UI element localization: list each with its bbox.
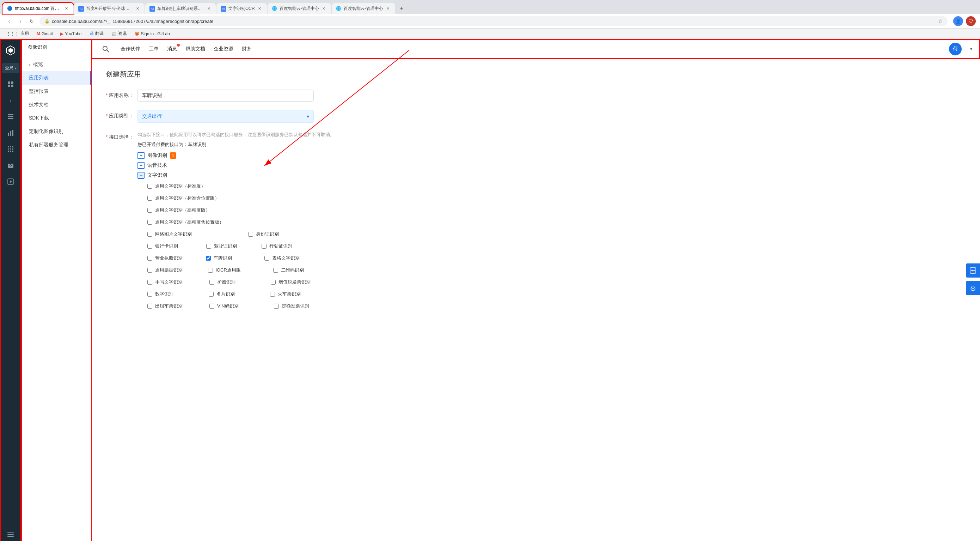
ocr-standard-checkbox[interactable] <box>147 184 152 189</box>
nav-item-custom[interactable]: 定制化图像识别 <box>22 125 91 138</box>
tab-6[interactable]: 🌐 百度智能云-管理中心 ✕ <box>332 3 395 14</box>
news-bookmark[interactable]: 📰 资讯 <box>108 30 129 37</box>
ocr-standard-loc-checkbox[interactable] <box>147 196 152 201</box>
train-ticket-checkbox[interactable] <box>270 292 275 297</box>
nav-item-sdk[interactable]: SDK下载 <box>22 112 91 125</box>
driver-license-checkbox[interactable] <box>206 244 211 249</box>
speech-label: 语音技术 <box>147 162 167 169</box>
tab-5[interactable]: 🌐 百度智能云-管理中心 ✕ <box>267 3 331 14</box>
bookmark-star-icon[interactable]: ☆ <box>938 18 943 24</box>
digit-checkbox[interactable] <box>147 292 152 297</box>
nav-item-monitor[interactable]: 监控报表 <box>22 85 91 98</box>
back-button[interactable]: ‹ <box>4 16 14 26</box>
ocr-toggle[interactable]: − <box>137 172 145 179</box>
tab-2[interactable]: AI 百度AI开放平台-全球领先... ✕ <box>74 3 145 14</box>
bank-checkbox[interactable] <box>147 244 152 249</box>
reload-button[interactable]: ↻ <box>27 16 37 26</box>
gitlab-bookmark[interactable]: 🦊 Sign in · GitLab <box>132 31 173 37</box>
search-button[interactable] <box>99 43 112 55</box>
translate-bookmark[interactable]: 译 翻译 <box>87 30 107 37</box>
tab-3[interactable]: AI 车牌识别_车牌识别系统_... ✕ <box>145 3 216 14</box>
tab-4[interactable]: AI 文字识别OCR ✕ <box>216 3 267 14</box>
sidebar-icon-play[interactable] <box>3 175 18 189</box>
apps-button[interactable]: ⋮⋮⋮ 应用 <box>3 30 32 37</box>
tab3-close[interactable]: ✕ <box>206 6 212 12</box>
sidebar-icon-grid[interactable] <box>3 142 18 156</box>
sidebar-menu-icon[interactable] <box>3 527 18 541</box>
avatar-dropdown-arrow[interactable]: ▾ <box>970 46 972 51</box>
iocr-checkbox[interactable] <box>208 268 213 273</box>
ocr-web-checkbox[interactable] <box>147 232 152 237</box>
app-name-input[interactable] <box>137 89 314 102</box>
business-license-checkbox[interactable] <box>147 256 152 261</box>
security-button[interactable]: 🛡 <box>966 16 976 26</box>
sidebar-icon-camera[interactable] <box>3 158 18 172</box>
svg-marker-26 <box>10 180 12 183</box>
nav-orders[interactable]: 工单 <box>149 45 159 54</box>
nav-item-docs[interactable]: 技术文档 <box>22 98 91 112</box>
nav-item-private[interactable]: 私有部署服务管理 <box>22 138 91 152</box>
cb-table: 表格文字识别 <box>264 254 300 263</box>
ocr-high-checkbox[interactable] <box>147 208 152 213</box>
speech-toggle[interactable]: + <box>137 162 145 169</box>
profile-button[interactable]: 👤 <box>953 16 963 26</box>
tab-active[interactable]: 🔵 http://ai.baidu.com 百度... ✕ <box>3 3 73 14</box>
gmail-bookmark[interactable]: M Gmail <box>34 31 55 37</box>
taxi-checkbox[interactable] <box>147 304 152 309</box>
app-name-control <box>137 89 966 102</box>
user-avatar[interactable]: 何 <box>949 43 962 55</box>
handwriting-label: 手写文字识别 <box>155 279 183 285</box>
nav-item-overview[interactable]: › 概览 <box>22 58 91 71</box>
train-ticket-label: 火车票识别 <box>278 291 301 297</box>
nav-partner[interactable]: 合作伙伴 <box>121 45 140 54</box>
ocr-row-8: 通用票据识别 iOCR通用版 二维码识别 <box>147 266 966 275</box>
invoice-checkbox[interactable] <box>147 268 152 273</box>
gitlab-label: Sign in · GitLab <box>141 31 170 36</box>
new-tab-button[interactable]: + <box>396 3 407 14</box>
tab5-close[interactable]: ✕ <box>321 6 327 12</box>
nav-help[interactable]: 帮助文档 <box>185 45 205 54</box>
cb-vin: VIN码识别 <box>209 302 239 311</box>
table-checkbox[interactable] <box>264 256 269 261</box>
profile-area: 👤 🛡 <box>953 16 976 26</box>
nav-item-custom-label: 定制化图像识别 <box>29 128 64 135</box>
image-recognition-toggle[interactable]: + <box>137 152 145 159</box>
business-card-checkbox[interactable] <box>209 292 214 297</box>
tab-close[interactable]: ✕ <box>64 6 69 12</box>
quota-invoice-checkbox[interactable] <box>274 304 279 309</box>
handwriting-checkbox[interactable] <box>147 280 152 285</box>
nav-messages[interactable]: 消息 <box>167 45 177 54</box>
nav-item-app-list[interactable]: 应用列表 <box>22 71 91 85</box>
tab2-close[interactable]: ✕ <box>135 6 140 12</box>
qr-label: 二维码识别 <box>281 267 304 273</box>
qr-checkbox[interactable] <box>273 268 278 273</box>
sidebar-logo[interactable] <box>3 43 18 57</box>
vat-checkbox[interactable] <box>271 280 276 285</box>
browser-chrome: 🔵 http://ai.baidu.com 百度... ✕ AI 百度AI开放平… <box>0 0 980 39</box>
float-edit-button[interactable] <box>966 263 980 278</box>
tab-favicon: 🔵 <box>7 6 13 12</box>
nav-enterprise[interactable]: 企业资源 <box>214 45 233 54</box>
float-audio-button[interactable] <box>966 281 980 295</box>
tab6-close[interactable]: ✕ <box>385 6 391 12</box>
sidebar-icon-collapse[interactable]: › <box>3 93 18 108</box>
app-container: 全局 ▾ › <box>0 39 980 541</box>
ocr-high-loc-checkbox[interactable] <box>147 220 152 225</box>
youtube-bookmark[interactable]: ▶ YouTube <box>57 31 84 37</box>
nav-finance[interactable]: 财务 <box>242 45 252 54</box>
global-selector[interactable]: 全局 ▾ <box>2 63 19 73</box>
ocr-id-checkbox[interactable] <box>248 232 253 237</box>
tab4-close[interactable]: ✕ <box>257 6 262 12</box>
forward-button[interactable]: › <box>16 16 25 26</box>
sidebar-icon-chart[interactable] <box>3 126 18 140</box>
vin-checkbox[interactable] <box>209 304 214 309</box>
url-bar[interactable]: 🔒 console.bce.baidu.com/ai/?_=1598669172… <box>40 16 948 26</box>
sidebar-icon-dashboard[interactable] <box>3 77 18 91</box>
vehicle-license-checkbox[interactable] <box>262 244 267 249</box>
license-plate-checkbox[interactable] <box>206 256 211 261</box>
sidebar-icon-table[interactable] <box>3 110 18 124</box>
app-type-select[interactable]: 交通出行 ▾ <box>137 110 314 123</box>
app-type-control: 交通出行 ▾ <box>137 110 966 123</box>
passport-checkbox[interactable] <box>209 280 214 285</box>
svg-rect-9 <box>8 132 9 136</box>
